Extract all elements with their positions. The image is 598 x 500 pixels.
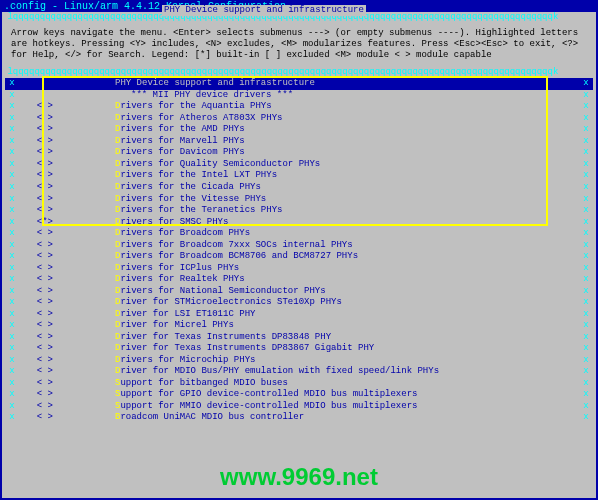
tristate-mark[interactable]: < > bbox=[19, 378, 59, 390]
menu-item[interactable]: x< >Drivers for Quality Semiconductor PH… bbox=[5, 159, 593, 171]
menu-item[interactable]: x< >Drivers for the Vitesse PHYsx bbox=[5, 194, 593, 206]
tristate-mark[interactable]: < > bbox=[19, 309, 59, 321]
tristate-mark[interactable]: < > bbox=[19, 412, 59, 424]
menu-item[interactable]: x*** MII PHY device drivers ***x bbox=[5, 90, 593, 102]
border-char: x bbox=[579, 170, 593, 182]
menu-item[interactable]: x< >Broadcom UniMAC MDIO bus controllerx bbox=[5, 412, 593, 424]
menu-item[interactable]: x< >Driver for LSI ET1011C PHYx bbox=[5, 309, 593, 321]
menu-item[interactable]: x< >Drivers for the Intel LXT PHYsx bbox=[5, 170, 593, 182]
border-char: x bbox=[5, 366, 19, 378]
border-char: x bbox=[5, 320, 19, 332]
border-char: x bbox=[5, 113, 19, 125]
tristate-mark[interactable]: < > bbox=[19, 389, 59, 401]
hotkey-char: S bbox=[115, 401, 120, 411]
tristate-mark[interactable]: < > bbox=[19, 113, 59, 125]
menu-list[interactable]: x---PHY Device support and infrastructur… bbox=[5, 77, 593, 425]
border-char: x bbox=[579, 355, 593, 367]
tristate-mark[interactable]: < > bbox=[19, 343, 59, 355]
menu-item[interactable]: x< >Driver for STMicroelectronics STe10X… bbox=[5, 297, 593, 309]
help-text: Arrow keys navigate the menu. <Enter> se… bbox=[5, 26, 593, 64]
menu-item[interactable]: x< >Drivers for Microchip PHYsx bbox=[5, 355, 593, 367]
menu-item[interactable]: x< >Drivers for Atheros AT803X PHYsx bbox=[5, 113, 593, 125]
item-label: Drivers for Atheros AT803X PHYs bbox=[115, 113, 282, 125]
tristate-mark[interactable]: < > bbox=[19, 228, 59, 240]
hotkey-char: D bbox=[115, 286, 120, 296]
menu-item[interactable]: x< >Drivers for National Semiconductor P… bbox=[5, 286, 593, 298]
tristate-mark[interactable]: < > bbox=[19, 205, 59, 217]
menu-item[interactable]: x< >Drivers for Marvell PHYsx bbox=[5, 136, 593, 148]
menu-item[interactable]: x< >Support for MMIO device-controlled M… bbox=[5, 401, 593, 413]
tristate-mark[interactable]: --- bbox=[19, 78, 59, 90]
menu-item[interactable]: x< >Driver for Micrel PHYsx bbox=[5, 320, 593, 332]
hotkey-char: D bbox=[115, 136, 120, 146]
item-label: Driver for MDIO Bus/PHY emulation with f… bbox=[115, 366, 439, 378]
hotkey-char: D bbox=[115, 240, 120, 250]
border-char: x bbox=[579, 147, 593, 159]
border-char: x bbox=[579, 286, 593, 298]
menu-item[interactable]: x< >Drivers for Broadcom 7xxx SOCs inter… bbox=[5, 240, 593, 252]
hotkey-char: S bbox=[115, 389, 120, 399]
hotkey-char: S bbox=[115, 378, 120, 388]
menu-item[interactable]: x< >Drivers for the Aquantia PHYsx bbox=[5, 101, 593, 113]
border-char: x bbox=[5, 101, 19, 113]
menu-item[interactable]: x< >Drivers for the Cicada PHYsx bbox=[5, 182, 593, 194]
tristate-mark[interactable]: < > bbox=[19, 251, 59, 263]
menu-item[interactable]: x< >Drivers for the AMD PHYsx bbox=[5, 124, 593, 136]
tristate-mark[interactable]: < > bbox=[19, 124, 59, 136]
border-char: x bbox=[5, 274, 19, 286]
item-label: *** MII PHY device drivers *** bbox=[131, 90, 293, 102]
tristate-mark[interactable]: < > bbox=[19, 274, 59, 286]
menu-item[interactable]: x< >Drivers for Realtek PHYsx bbox=[5, 274, 593, 286]
border-char: x bbox=[5, 147, 19, 159]
menu-item[interactable]: x< >Drivers for the Teranetics PHYsx bbox=[5, 205, 593, 217]
tristate-mark[interactable]: < > bbox=[19, 159, 59, 171]
tristate-mark[interactable]: < > bbox=[19, 147, 59, 159]
border-char: x bbox=[579, 101, 593, 113]
border-char: x bbox=[579, 320, 593, 332]
menu-item[interactable]: x< >Drivers for Broadcom PHYsx bbox=[5, 228, 593, 240]
menu-item[interactable]: x<*>Drivers for SMSC PHYsx bbox=[5, 217, 593, 229]
menu-item[interactable]: x< >Driver for Texas Instruments DP83867… bbox=[5, 343, 593, 355]
border-char: x bbox=[5, 263, 19, 275]
item-label: Support for bitbanged MDIO buses bbox=[115, 378, 288, 390]
item-label: Drivers for Realtek PHYs bbox=[115, 274, 245, 286]
menu-item[interactable]: x< >Drivers for Broadcom BCM8706 and BCM… bbox=[5, 251, 593, 263]
border-char: x bbox=[579, 389, 593, 401]
tristate-mark[interactable]: < > bbox=[19, 240, 59, 252]
menu-item[interactable]: x---PHY Device support and infrastructur… bbox=[5, 78, 593, 90]
hotkey-char: D bbox=[115, 170, 120, 180]
tristate-mark[interactable]: < > bbox=[19, 366, 59, 378]
border-char: x bbox=[579, 205, 593, 217]
tristate-mark[interactable]: < > bbox=[19, 263, 59, 275]
menu-item[interactable]: x< >Drivers for Davicom PHYsx bbox=[5, 147, 593, 159]
menu-item[interactable]: x< >Drivers for ICPlus PHYsx bbox=[5, 263, 593, 275]
tristate-mark[interactable]: < > bbox=[19, 286, 59, 298]
border-char: x bbox=[5, 170, 19, 182]
border-char: x bbox=[579, 343, 593, 355]
menu-item[interactable]: x< >Support for bitbanged MDIO busesx bbox=[5, 378, 593, 390]
menu-item[interactable]: x< >Driver for MDIO Bus/PHY emulation wi… bbox=[5, 366, 593, 378]
item-label: Drivers for the Aquantia PHYs bbox=[115, 101, 272, 113]
border-char: x bbox=[5, 389, 19, 401]
tristate-mark[interactable]: < > bbox=[19, 401, 59, 413]
tristate-mark[interactable]: < > bbox=[19, 332, 59, 344]
tristate-mark[interactable]: < > bbox=[19, 194, 59, 206]
menu-item[interactable]: x< >Driver for Texas Instruments DP83848… bbox=[5, 332, 593, 344]
tristate-mark[interactable]: < > bbox=[19, 136, 59, 148]
menu-item[interactable]: x< >Support for GPIO device-controlled M… bbox=[5, 389, 593, 401]
border-char: x bbox=[5, 90, 19, 102]
tristate-mark[interactable]: < > bbox=[19, 355, 59, 367]
tristate-mark[interactable]: < > bbox=[19, 170, 59, 182]
border-char: x bbox=[579, 228, 593, 240]
border-char: x bbox=[579, 251, 593, 263]
tristate-mark[interactable]: < > bbox=[19, 101, 59, 113]
hotkey-char: D bbox=[115, 182, 120, 192]
main-panel: lqqqqqqqqqqqqqqqqqqqqqqqqqqqqqqqqqqqqqqq… bbox=[2, 12, 596, 498]
item-label: Drivers for the Vitesse PHYs bbox=[115, 194, 266, 206]
tristate-mark[interactable]: <*> bbox=[19, 217, 59, 229]
tristate-mark[interactable]: < > bbox=[19, 182, 59, 194]
tristate-mark[interactable]: < > bbox=[19, 320, 59, 332]
border-char: x bbox=[579, 240, 593, 252]
tristate-mark[interactable]: < > bbox=[19, 297, 59, 309]
border-char: x bbox=[5, 412, 19, 424]
